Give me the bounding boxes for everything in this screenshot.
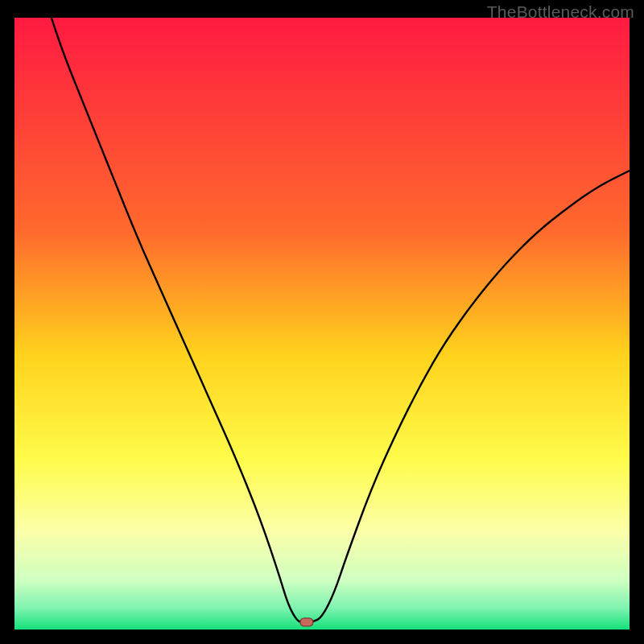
plot-area bbox=[14, 18, 630, 630]
chart-svg bbox=[14, 18, 630, 630]
minimum-marker bbox=[300, 618, 313, 626]
gradient-background bbox=[14, 18, 630, 630]
watermark-text: TheBottleneck.com bbox=[487, 2, 634, 22]
chart-frame: TheBottleneck.com bbox=[0, 0, 644, 644]
